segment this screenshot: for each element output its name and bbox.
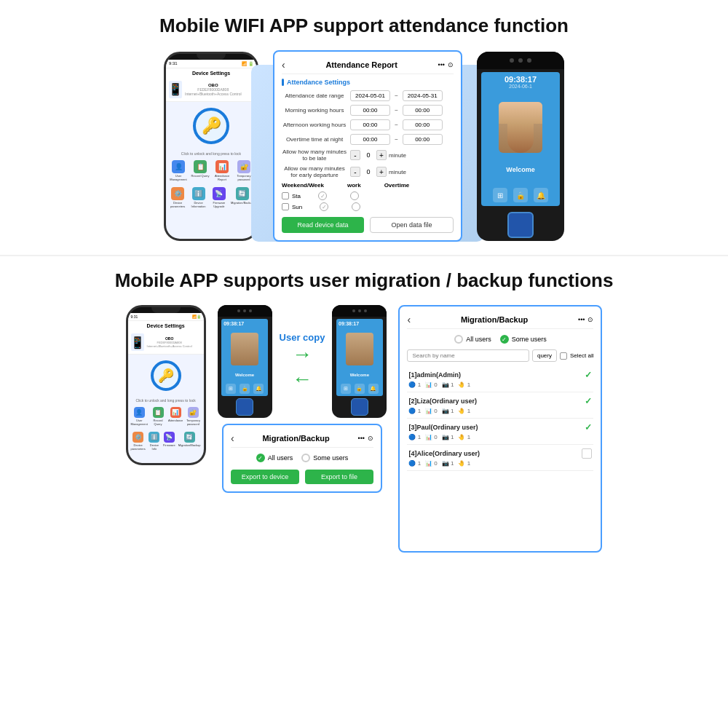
device-icon: 📱 <box>169 81 182 98</box>
migration-more-icon[interactable]: ••• <box>358 435 365 442</box>
some-users-radio[interactable]: Some users <box>301 454 348 462</box>
user-check-3[interactable]: ✓ <box>585 422 592 432</box>
top-section: Mobile WIFI APP support attendance funct… <box>0 0 728 249</box>
phone-device-info-bottom: 📱 OBO FEDEF8000DA808 Internet+Bluetooth+… <box>128 331 204 355</box>
phone-attendance-icon: 📊 <box>215 160 229 173</box>
phone-menu-item-migration[interactable]: 🔄 Migration/Backup <box>231 187 253 208</box>
menu-pwd-bottom[interactable]: 🔐 Temporary password <box>186 407 200 426</box>
sm-lock-1[interactable]: 🔒 <box>240 384 250 394</box>
phone-menu-item-record[interactable]: 📋 Record Query <box>191 160 210 181</box>
afternoon-to-input[interactable]: 00:00 <box>403 119 443 130</box>
menu-user-bottom[interactable]: 👤 User Management <box>131 407 148 426</box>
sat-overtime-check[interactable] <box>350 191 359 200</box>
phone-menu-item-attendance[interactable]: 📊 Attendance Report <box>213 160 232 181</box>
more-options-icon[interactable]: ••• <box>438 61 445 68</box>
early-minus-btn[interactable]: - <box>350 167 360 177</box>
migration-large-actions: ••• ⊙ <box>578 316 593 323</box>
phone-bottom-menu: ⚙️ Device parameters ℹ️ Device Informati… <box>166 184 256 211</box>
select-all-checkbox[interactable] <box>560 352 567 360</box>
migration-large-title: Migration/Backup <box>411 315 578 324</box>
sunday-row: Sun ✓ <box>282 202 454 211</box>
sm-lock-2[interactable]: 🔒 <box>355 384 365 394</box>
sun-work-check[interactable]: ✓ <box>320 202 328 211</box>
mig-icon-b: 🔄 <box>184 432 195 443</box>
sun-checkbox[interactable] <box>282 203 289 210</box>
morning-from-input[interactable]: 00:00 <box>350 105 390 116</box>
sm-apps-2[interactable]: ⊞ <box>341 384 351 394</box>
export-file-btn[interactable]: Export to file <box>305 470 373 484</box>
phone-firmware-icon: 📡 <box>213 187 226 200</box>
morning-to-input[interactable]: 00:00 <box>403 105 443 116</box>
sun-overtime-check[interactable] <box>352 202 360 211</box>
date-from-input[interactable]: 2024-05-01 <box>350 90 390 101</box>
menu-params-b[interactable]: ⚙️ Device parameters <box>131 432 146 451</box>
sm-fp-1[interactable] <box>236 398 253 416</box>
sm-bell-1[interactable]: 🔔 <box>253 384 264 394</box>
date-to-input[interactable]: 2024-05-31 <box>403 90 443 101</box>
phone-menu-item-params[interactable]: ⚙️ Device parameters <box>169 187 186 208</box>
phone-key-circle: 🔑 <box>193 108 229 144</box>
search-input[interactable] <box>407 349 529 362</box>
menu-info-b[interactable]: ℹ️ Device Info <box>149 432 160 451</box>
menu-att-bottom[interactable]: 📊 Attendance <box>168 407 183 426</box>
scanner-camera-center <box>518 58 523 63</box>
sat-checkbox[interactable] <box>282 192 289 199</box>
sm-apps-1[interactable]: ⊞ <box>226 384 236 394</box>
info-icon-b: ℹ️ <box>149 432 159 443</box>
user-check-1[interactable]: ✓ <box>585 370 592 380</box>
late-minus-btn[interactable]: - <box>350 150 360 160</box>
target-icon[interactable]: ⊙ <box>448 61 454 68</box>
user-list-item-3: [3]Paul(Ordinary user) ✓ 🔵 1 📊 0 📷 1 🤚 1 <box>407 419 593 445</box>
scanner-screen-sm-1: 09:38:17 Welcome ⊞ 🔒 🔔 <box>221 319 268 396</box>
phone-menu-item-user[interactable]: 👤 User Management <box>169 160 188 181</box>
menu-record-bottom[interactable]: 📋 Record Query <box>151 407 165 426</box>
scanner-fingerprint-btn[interactable] <box>507 212 534 238</box>
migration-large-target[interactable]: ⊙ <box>587 316 593 323</box>
phone-menu-grid-bottom: 👤 User Management 📋 Record Query 📊 Atten… <box>128 404 204 429</box>
phone-menu-item-info[interactable]: ℹ️ Device Information <box>189 187 207 208</box>
user-name-3: [3]Paul(Ordinary user) <box>408 424 478 431</box>
user-check-2[interactable]: ✓ <box>585 396 592 406</box>
all-users-radio[interactable]: All users <box>256 454 293 462</box>
overtime-from-input[interactable]: 00:00 <box>350 134 390 145</box>
scanner-top-bar-sm-1 <box>218 305 272 317</box>
work-col-label: work <box>347 182 361 189</box>
sat-work-check[interactable]: ✓ <box>318 191 327 200</box>
afternoon-from-input[interactable]: 00:00 <box>350 119 390 130</box>
query-btn[interactable]: query <box>532 349 557 362</box>
open-file-btn[interactable]: Open data file <box>370 217 454 233</box>
scanner-lock-icon[interactable]: 🔒 <box>513 188 528 202</box>
large-all-users-radio[interactable]: All users <box>454 335 491 344</box>
sm-fp-2[interactable] <box>351 398 368 416</box>
export-device-btn[interactable]: Export to device <box>231 470 299 484</box>
phone-menu-item-firmware[interactable]: 📡 Firmware Upgrade <box>210 187 228 208</box>
phone-screen-title-bottom: Device Settings <box>128 321 204 331</box>
sm-bell-2[interactable]: 🔔 <box>368 384 379 394</box>
user-icons-4: 🔵 1 📊 0 📷 1 🤚 1 <box>408 460 592 467</box>
scanner-date: 2024-06-1 <box>505 84 537 89</box>
migration-target-icon[interactable]: ⊙ <box>368 435 373 442</box>
late-plus-btn[interactable]: + <box>376 150 387 160</box>
user-check-4[interactable] <box>582 448 592 459</box>
migration-card-large: ‹ Migration/Backup ••• ⊙ All users Some … <box>398 305 602 553</box>
menu-fw-b[interactable]: 📡 Firmware <box>163 432 175 451</box>
phone-info-icon: ℹ️ <box>192 187 205 200</box>
large-some-users-radio[interactable]: Some users <box>500 335 547 344</box>
user-icons-1: 🔵 1 📊 0 📷 1 🤚 1 <box>408 381 592 388</box>
phone-device-info: 📱 OBO FEDEF8000DA808 Internet+Bluetooth+… <box>166 78 256 102</box>
migration-footer: Export to device Export to file <box>231 470 373 484</box>
menu-mig-b[interactable]: 🔄 Migration/Backup <box>178 432 201 451</box>
user-name-4: [4]Alice(Ordinary user) <box>408 450 480 457</box>
phone-migration-icon: 🔄 <box>236 187 249 200</box>
scanner-apps-icon[interactable]: ⊞ <box>493 188 507 202</box>
read-device-btn[interactable]: Read device data <box>282 217 364 233</box>
bottom-section: Mobile APP supports user migration / bac… <box>0 262 728 560</box>
user-list-item-1: [1]admin(Admin) ✓ 🔵 1 📊 0 📷 1 🤚 1 <box>407 366 593 392</box>
migration-large-more[interactable]: ••• <box>578 316 585 323</box>
record-icon-b: 📋 <box>153 407 164 418</box>
scanner-bell-icon[interactable]: 🔔 <box>534 188 548 202</box>
overtime-to-input[interactable]: 00:00 <box>403 134 443 145</box>
afternoon-label: Afternoon working hours <box>282 122 347 128</box>
early-plus-btn[interactable]: + <box>376 167 387 177</box>
scanner-bottom-icons: ⊞ 🔒 🔔 <box>493 188 548 202</box>
